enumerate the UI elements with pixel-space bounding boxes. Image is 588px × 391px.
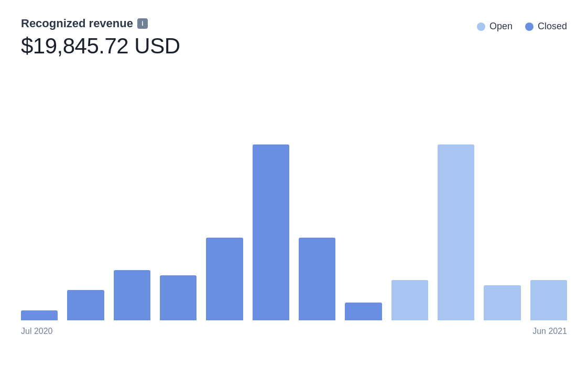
legend-item-open: Open bbox=[477, 21, 513, 32]
title-row: Recognized revenue i bbox=[21, 17, 180, 30]
bar-5 bbox=[206, 238, 243, 320]
closed-dot bbox=[525, 23, 533, 31]
info-icon[interactable]: i bbox=[137, 18, 148, 29]
chart-area: Jul 2020 Jun 2021 bbox=[21, 69, 567, 341]
chart-legend: Open Closed bbox=[477, 21, 567, 32]
bar-11 bbox=[484, 285, 520, 320]
bar-4 bbox=[160, 275, 197, 320]
x-label-end: Jun 2021 bbox=[532, 327, 567, 336]
bars-container bbox=[21, 69, 567, 320]
bar-6 bbox=[253, 144, 289, 320]
legend-item-closed: Closed bbox=[525, 21, 567, 32]
chart-header: Recognized revenue i $19,845.72 USD Open… bbox=[21, 17, 567, 59]
chart-title: Recognized revenue bbox=[21, 17, 133, 30]
bar-7 bbox=[299, 238, 335, 320]
closed-label: Closed bbox=[538, 21, 567, 32]
bar-10 bbox=[438, 144, 474, 320]
bar-2 bbox=[67, 290, 104, 320]
x-label-start: Jul 2020 bbox=[21, 327, 53, 336]
x-axis: Jul 2020 Jun 2021 bbox=[21, 327, 567, 336]
open-label: Open bbox=[489, 21, 513, 32]
bar-9 bbox=[391, 280, 428, 320]
bar-3 bbox=[114, 270, 150, 320]
bar-8 bbox=[345, 303, 382, 320]
open-dot bbox=[477, 23, 485, 31]
title-section: Recognized revenue i $19,845.72 USD bbox=[21, 17, 180, 59]
bar-1 bbox=[21, 310, 58, 320]
bar-12 bbox=[530, 280, 567, 320]
revenue-value: $19,845.72 USD bbox=[21, 33, 180, 59]
